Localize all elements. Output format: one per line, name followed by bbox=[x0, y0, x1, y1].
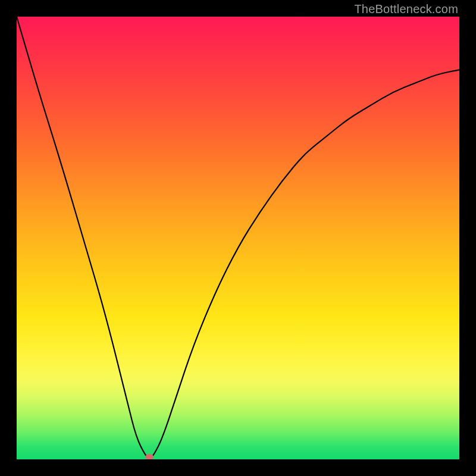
chart-frame: TheBottleneck.com bbox=[0, 0, 476, 476]
minimum-marker bbox=[145, 454, 154, 459]
plot-area bbox=[17, 17, 459, 459]
curve-path bbox=[17, 17, 459, 458]
watermark-text: TheBottleneck.com bbox=[354, 2, 458, 16]
bottleneck-curve bbox=[17, 17, 459, 459]
